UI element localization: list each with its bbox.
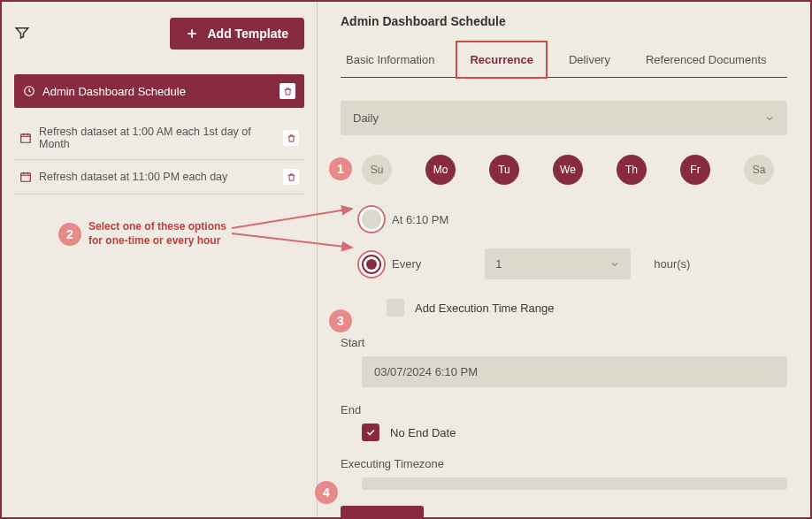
schedule-row-label: Refresh dataset at 11:00 PM each day (39, 171, 276, 183)
delete-row-button[interactable] (283, 130, 299, 146)
day-su[interactable]: Su (362, 155, 392, 185)
tab-referenced-documents[interactable]: Referenced Documents (640, 44, 772, 77)
chevron-down-icon (609, 259, 620, 270)
delete-row-button[interactable] (283, 169, 299, 185)
svg-rect-1 (21, 134, 31, 142)
start-datetime-field[interactable]: 03/07/2024 6:10 PM (362, 356, 787, 387)
add-template-button[interactable]: Add Template (170, 18, 304, 50)
timezone-field[interactable] (362, 477, 787, 490)
callout-badge-4: 4 (315, 481, 338, 504)
calendar-icon (19, 171, 32, 183)
start-datetime-value: 03/07/2024 6:10 PM (374, 365, 478, 378)
radio-at-time-label: At 6:10 PM (392, 213, 448, 226)
save-button-label: Save (379, 515, 408, 519)
no-end-date-label: No End Date (390, 426, 456, 439)
svg-line-4 (232, 233, 352, 248)
day-picker: Su Mo Tu We Th Fr Sa (341, 155, 787, 185)
day-th[interactable]: Th (617, 155, 647, 185)
filter-icon[interactable] (14, 25, 30, 43)
schedule-row-label: Refresh dataset at 1:00 AM each 1st day … (39, 126, 276, 150)
tab-recurrence[interactable]: Recurrence (464, 44, 539, 77)
schedule-header-title: Admin Dashboard Schedule (42, 85, 272, 98)
add-execution-range-row: Add Execution Time Range (387, 299, 787, 317)
delete-schedule-button[interactable] (280, 83, 295, 99)
day-sa[interactable]: Sa (744, 155, 774, 185)
chevron-down-icon (764, 113, 775, 124)
time-options: At 6:10 PM Every 1 hour(s) (362, 210, 787, 279)
app-frame: Add Template Admin Dashboard Schedule (0, 0, 812, 519)
calendar-icon (19, 132, 32, 144)
add-template-label: Add Template (207, 27, 288, 41)
hour-interval-value: 1 (495, 257, 502, 271)
frequency-select[interactable]: Daily (341, 101, 787, 135)
schedule-icon (23, 85, 35, 97)
hour-interval-select[interactable]: 1 (485, 248, 631, 279)
schedule-row[interactable]: Refresh dataset at 1:00 AM each 1st day … (14, 117, 304, 160)
callout-badge-3: 3 (329, 309, 352, 332)
start-label: Start (341, 336, 787, 349)
callout-text-2: Select one of these options for one-time… (88, 219, 226, 248)
sidebar: Add Template Admin Dashboard Schedule (2, 2, 317, 517)
day-mo[interactable]: Mo (425, 155, 456, 185)
day-we[interactable]: We (553, 155, 583, 185)
day-fr[interactable]: Fr (680, 155, 710, 185)
radio-every[interactable] (362, 255, 381, 274)
tab-basic-info[interactable]: Basic Information (341, 44, 440, 77)
callout-arrow (232, 203, 373, 256)
svg-rect-2 (21, 173, 31, 181)
page-title: Admin Dashboard Schedule (341, 14, 787, 28)
day-tu[interactable]: Tu (489, 155, 519, 185)
callout-badge-1: 1 (329, 157, 352, 180)
content-panel: Admin Dashboard Schedule Basic Informati… (317, 2, 810, 517)
hour-unit-label: hour(s) (654, 257, 690, 271)
end-label: End (341, 403, 787, 416)
radio-every-label: Every (392, 257, 421, 271)
add-execution-range-checkbox[interactable] (387, 299, 404, 317)
schedule-header[interactable]: Admin Dashboard Schedule (14, 74, 304, 108)
schedule-row[interactable]: Refresh dataset at 11:00 PM each day (14, 160, 304, 195)
add-execution-range-label: Add Execution Time Range (415, 301, 555, 315)
no-end-date-checkbox[interactable] (362, 424, 379, 441)
tab-delivery[interactable]: Delivery (563, 44, 616, 77)
svg-line-3 (232, 209, 352, 228)
callout-badge-2: 2 (58, 223, 81, 246)
save-button[interactable]: Save (341, 506, 424, 519)
timezone-label: Executing Timezone (341, 457, 787, 470)
save-icon (356, 515, 370, 520)
frequency-value: Daily (353, 111, 379, 125)
tabs: Basic Information Recurrence Delivery Re… (341, 44, 787, 78)
